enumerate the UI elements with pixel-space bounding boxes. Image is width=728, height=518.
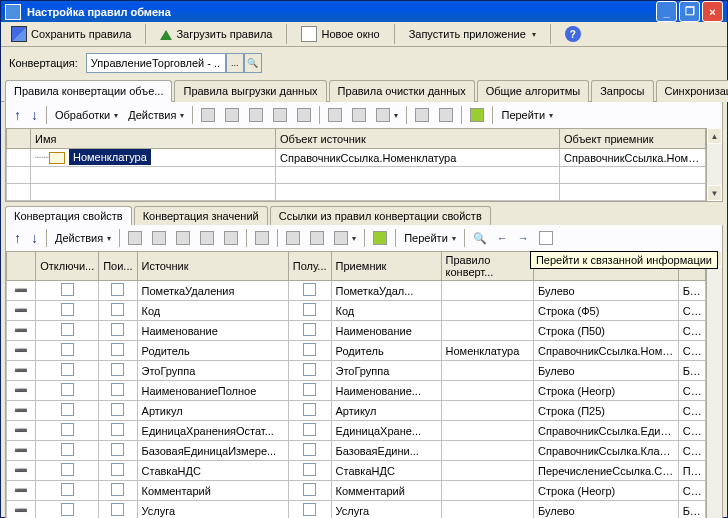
col-get[interactable]: Полу... [288,252,331,281]
tool-btn-6[interactable] [324,106,346,124]
maximize-button[interactable]: ❐ [679,1,700,22]
col-src[interactable]: Источник [137,252,288,281]
conversion-combo[interactable]: ... 🔍 [86,53,262,73]
col-marker[interactable] [7,252,36,281]
get-checkbox[interactable] [303,283,316,296]
tool-btn-e[interactable] [220,229,242,247]
arrow-left-button[interactable]: ← [493,230,512,246]
get-checkbox[interactable] [303,383,316,396]
conversion-input[interactable] [86,53,226,73]
disable-checkbox[interactable] [61,363,74,376]
property-row[interactable]: ➖УслугаУслугаБулевоБу... [7,501,706,518]
property-row[interactable]: ➖НаименованиеПолноеНаименование...Строка… [7,381,706,401]
tool-btn-f[interactable] [251,229,273,247]
tab-queries[interactable]: Запросы [591,80,653,102]
new-window-button[interactable]: Новое окно [295,24,385,44]
subtab-references[interactable]: Ссылки из правил конвертации свойств [270,206,491,225]
get-checkbox[interactable] [303,503,316,516]
properties-grid[interactable]: Отключи... Пои... Источник Полу... Прием… [6,251,706,518]
actions-dropdown[interactable]: Действия [51,230,115,246]
tool-btn-3[interactable] [245,106,267,124]
tab-conversion-rules[interactable]: Правила конвертации объе... [5,80,172,102]
property-row[interactable]: ➖РодительРодительНоменклатураСправочникС… [7,341,706,361]
property-row[interactable]: ➖ЭтоГруппаЭтоГруппаБулевоБу... [7,361,706,381]
conversion-magnify-button[interactable]: 🔍 [244,53,262,73]
get-checkbox[interactable] [303,483,316,496]
get-checkbox[interactable] [303,403,316,416]
save-rules-button[interactable]: Сохранить правила [5,24,137,44]
subtab-values[interactable]: Конвертация значений [134,206,268,225]
tool-btn-g[interactable] [282,229,304,247]
property-row[interactable]: ➖КомментарийКомментарийСтрока (Неогр)Ст.… [7,481,706,501]
help-button[interactable]: ? [559,24,587,44]
property-row[interactable]: ➖АртикулАртикулСтрока (П25)Ст... [7,401,706,421]
goto-dropdown[interactable]: Перейти [497,107,557,123]
tool-btn-9[interactable] [411,106,433,124]
property-row[interactable]: ➖БазоваяЕдиницаИзмере...БазоваяЕдини...С… [7,441,706,461]
get-checkbox[interactable] [303,443,316,456]
tab-algorithms[interactable]: Общие алгоритмы [477,80,589,102]
col-dst[interactable]: Объект приемник [560,129,706,149]
col-dst[interactable]: Приемник [331,252,441,281]
tool-btn-c[interactable] [172,229,194,247]
search-checkbox[interactable] [111,403,124,416]
move-down-button[interactable]: ↓ [27,105,42,125]
col-rule[interactable]: Правило конверт... [441,252,534,281]
tool-btn-7[interactable] [348,106,370,124]
search-checkbox[interactable] [111,343,124,356]
close-button[interactable]: × [702,1,723,22]
col-expand[interactable] [7,129,31,149]
disable-checkbox[interactable] [61,463,74,476]
get-checkbox[interactable] [303,363,316,376]
property-row[interactable]: ➖КодКодСтрока (Ф5)Ст... [7,301,706,321]
tool-btn-d[interactable] [196,229,218,247]
disable-checkbox[interactable] [61,383,74,396]
disable-checkbox[interactable] [61,323,74,336]
move-up-button[interactable]: ↑ [10,228,25,248]
arrow-right-button[interactable]: → [514,230,533,246]
property-row[interactable]: ➖ЕдиницаХраненияОстат...ЕдиницаХране...С… [7,421,706,441]
tool-btn-2[interactable] [221,106,243,124]
conversion-ellipsis-button[interactable]: ... [226,53,244,73]
search-checkbox[interactable] [111,423,124,436]
disable-checkbox[interactable] [61,443,74,456]
search-checkbox[interactable] [111,323,124,336]
search-checkbox[interactable] [111,443,124,456]
disable-checkbox[interactable] [61,303,74,316]
search-checkbox[interactable] [111,383,124,396]
search-checkbox[interactable] [111,303,124,316]
get-checkbox[interactable] [303,463,316,476]
col-src[interactable]: Объект источник [276,129,560,149]
disable-checkbox[interactable] [61,283,74,296]
tool-btn-1[interactable] [197,106,219,124]
question-button[interactable] [535,229,557,247]
property-row[interactable]: ➖НаименованиеНаименованиеСтрока (П50)Ст.… [7,321,706,341]
get-checkbox[interactable] [303,303,316,316]
search-checkbox[interactable] [111,363,124,376]
get-checkbox[interactable] [303,323,316,336]
move-down-button[interactable]: ↓ [27,228,42,248]
tool-btn-5[interactable] [293,106,315,124]
tab-sync[interactable]: Синхронизация [656,80,728,102]
search-checkbox[interactable] [111,483,124,496]
minimize-button[interactable]: _ [656,1,677,22]
col-name[interactable]: Имя [31,129,276,149]
disable-checkbox[interactable] [61,423,74,436]
disable-checkbox[interactable] [61,343,74,356]
disable-checkbox[interactable] [61,483,74,496]
tool-btn-b[interactable] [148,229,170,247]
search-button[interactable]: 🔍 [469,230,491,247]
subtab-properties[interactable]: Конвертация свойств [5,206,132,225]
load-rules-button[interactable]: Загрузить правила [154,26,278,42]
scroll-up-button[interactable]: ▲ [707,128,722,144]
tool-btn-4[interactable] [269,106,291,124]
goto-dropdown[interactable]: Перейти [400,230,460,246]
tool-btn-a[interactable] [124,229,146,247]
col-off[interactable]: Отключи... [36,252,99,281]
rule-row[interactable]: ┈┈Номенклатура СправочникСсылка.Номенкла… [7,149,706,167]
refresh-button[interactable] [369,229,391,247]
tab-export-rules[interactable]: Правила выгрузки данных [174,80,326,102]
tool-btn-8[interactable] [372,106,402,124]
tool-btn-10[interactable] [435,106,457,124]
tool-btn-h[interactable] [306,229,328,247]
